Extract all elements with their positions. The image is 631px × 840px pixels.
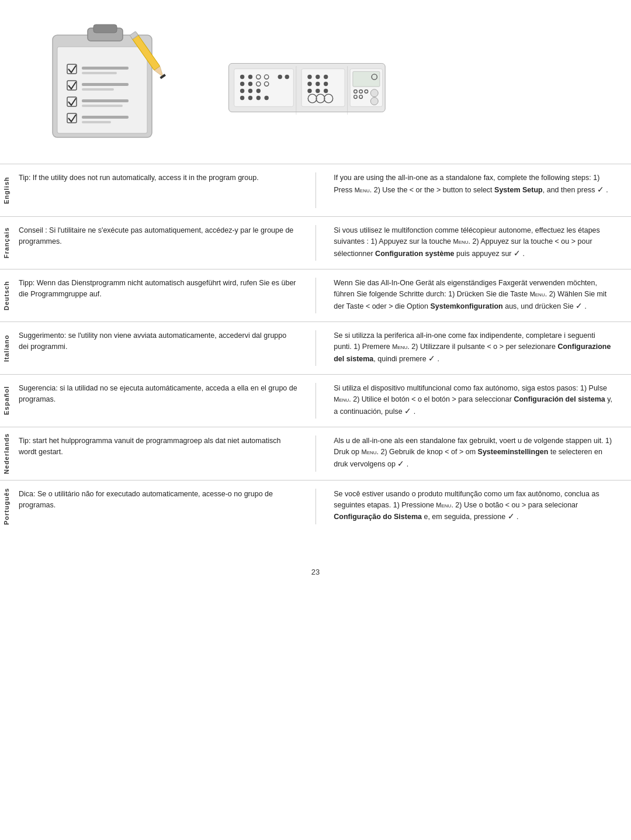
svg-point-40 [307, 75, 311, 79]
printer-illustration [222, 53, 397, 123]
language-label-francais: Français [0, 217, 13, 269]
language-section-nederlands: NederlandsTip: start het hulpprogramma v… [0, 427, 631, 480]
checkmark-symbol: ✓ [397, 459, 404, 468]
page-container: EnglishTip: If the utility does not run … [0, 0, 631, 840]
left-col-deutsch: Tipp: Wenn das Dienstprogramm nicht auto… [19, 278, 310, 313]
body-text: . 2) Use o botão < ou > para selecionar [451, 501, 578, 509]
svg-rect-39 [301, 69, 345, 107]
right-col-english: If you are using the all-in-one as a sta… [322, 172, 613, 208]
section-content-italiano: Suggerimento: se l'utility non viene avv… [13, 322, 631, 374]
svg-point-32 [256, 89, 261, 93]
right-col-italiano: Se si utilizza la periferica all-in-one … [322, 330, 613, 366]
language-label-italiano: Italiano [0, 322, 13, 374]
svg-point-30 [240, 89, 244, 93]
language-label-deutsch: Deutsch [0, 269, 13, 322]
checkmark-symbol: ✓ [575, 301, 583, 310]
svg-point-31 [248, 89, 252, 93]
body-text: aus, und drücken Sie [503, 302, 575, 310]
left-col-english: Tip: If the utility does not run automat… [19, 172, 310, 208]
svg-rect-15 [82, 121, 111, 123]
body-text: . [411, 407, 415, 416]
top-area [0, 0, 631, 158]
bold-text: Systemkonfiguration [430, 302, 502, 310]
checkmark-symbol: ✓ [404, 406, 411, 416]
language-section-portugues: PortuguêsDica: Se o utilitário não for e… [0, 480, 631, 533]
svg-rect-12 [82, 105, 123, 107]
bold-text: Configuración del sistema [514, 395, 605, 403]
language-label-espanol: Español [0, 375, 13, 427]
body-text: puis appuyez sur [455, 250, 514, 258]
divider-francais [316, 225, 316, 261]
svg-point-26 [240, 82, 244, 86]
left-col-nederlands: Tip: start het hulpprogramma vanuit de p… [19, 435, 310, 472]
body-text: . [604, 186, 608, 194]
body-text: . [521, 250, 525, 258]
language-label-portugues: Português [0, 481, 13, 533]
language-section-english: EnglishTip: If the utility does not run … [0, 164, 631, 216]
svg-point-35 [256, 96, 261, 100]
page-number: 23 [0, 556, 631, 588]
section-content-espanol: Sugerencia: si la utilidad no se ejecuta… [13, 375, 631, 427]
menu-key: Menu [530, 291, 545, 298]
body-text: , quindi premere [373, 355, 428, 363]
menu-key: Menu [361, 448, 376, 455]
svg-rect-5 [82, 67, 129, 70]
left-col-espanol: Sugerencia: si la utilidad no se ejecuta… [19, 383, 310, 419]
language-section-espanol: EspañolSugerencia: si la utilidad no se … [0, 374, 631, 427]
svg-point-33 [240, 96, 244, 100]
svg-point-22 [240, 75, 244, 79]
svg-point-45 [324, 82, 328, 86]
right-col-nederlands: Als u de all-in-one als een standalone f… [322, 435, 613, 472]
svg-rect-9 [82, 88, 114, 91]
menu-key: Menu [453, 238, 469, 245]
right-col-espanol: Si utiliza el dispositivo multifuncional… [322, 383, 613, 419]
right-col-francais: Si vous utilisez le multifonction comme … [322, 225, 613, 261]
language-label-english: English [0, 164, 13, 216]
svg-point-61 [370, 98, 378, 105]
left-col-italiano: Suggerimento: se l'utility non viene avv… [19, 330, 310, 366]
content-area: EnglishTip: If the utility does not run … [0, 158, 631, 556]
language-section-francais: FrançaisConseil : Si l'utilitaire ne s'e… [0, 216, 631, 269]
body-text: , and then press [543, 186, 597, 194]
menu-key: Menu [392, 343, 407, 350]
svg-point-48 [324, 89, 328, 93]
menu-key: Menu [436, 502, 451, 509]
svg-point-44 [316, 82, 320, 86]
language-label-nederlands: Nederlands [0, 427, 13, 480]
svg-rect-11 [82, 99, 129, 102]
svg-point-42 [324, 75, 328, 79]
right-col-portugues: Se você estiver usando o produto multifu… [322, 489, 613, 524]
section-content-francais: Conseil : Si l'utilitaire ne s'exécute p… [13, 217, 631, 269]
left-col-portugues: Dica: Se o utilitário não for executado … [19, 489, 310, 524]
svg-point-23 [248, 75, 252, 79]
body-text: . 2) Utilizzare il pulsante < o > per se… [407, 343, 557, 351]
checkmark-symbol: ✓ [508, 511, 515, 521]
clipboard-illustration [35, 18, 175, 146]
divider-espanol [316, 383, 316, 419]
svg-rect-8 [82, 83, 129, 86]
bold-text: System Setup [494, 186, 543, 194]
body-text: . [435, 355, 439, 363]
body-text: . [404, 460, 408, 468]
language-section-italiano: ItalianoSuggerimento: se l'utility non v… [0, 322, 631, 374]
svg-point-41 [316, 75, 320, 79]
section-content-deutsch: Tipp: Wenn das Dienstprogramm nicht auto… [13, 269, 631, 322]
body-text: . [583, 302, 587, 310]
language-section-deutsch: DeutschTipp: Wenn das Dienstprogramm nic… [0, 269, 631, 322]
body-text: . 2) Gebruik de knop < of > om [377, 448, 478, 456]
svg-point-36 [264, 96, 268, 100]
checkmark-symbol: ✓ [514, 248, 521, 258]
svg-point-37 [278, 75, 282, 79]
body-text: . 2) Use the < or the > button to select [370, 186, 494, 194]
divider-nederlands [316, 435, 316, 472]
svg-point-27 [248, 82, 252, 86]
body-text: e, em seguida, pressione [422, 513, 508, 521]
section-content-nederlands: Tip: start het hulpprogramma vanuit de p… [13, 427, 631, 480]
menu-key: Menu [334, 396, 349, 403]
bold-text: Systeeminstellingen [478, 448, 549, 456]
divider-english [316, 172, 316, 208]
divider-portugues [316, 489, 316, 524]
bold-text: Configuração do Sistema [334, 513, 422, 521]
divider-italiano [316, 330, 316, 366]
svg-rect-21 [234, 69, 294, 107]
